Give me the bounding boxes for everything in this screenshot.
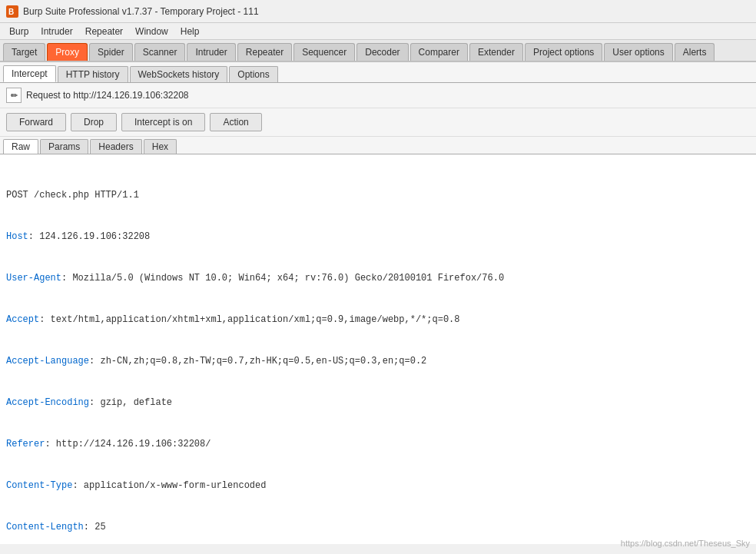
tab-decoder[interactable]: Decoder <box>356 43 408 61</box>
tab-intruder[interactable]: Intruder <box>187 43 235 61</box>
forward-button[interactable]: Forward <box>6 113 66 131</box>
header-content-type: Content-Type: application/x-www-form-url… <box>6 479 750 493</box>
tab-target[interactable]: Target <box>3 43 45 61</box>
subtab-options[interactable]: Options <box>229 66 277 82</box>
http-content: POST /check.php HTTP/1.1 Host: 124.126.1… <box>0 154 756 544</box>
tab-project-options[interactable]: Project options <box>525 43 602 61</box>
main-area: Intercept HTTP history WebSockets histor… <box>0 62 756 544</box>
watermark: https://blog.csdn.net/Theseus_Sky <box>621 539 750 548</box>
request-line: POST /check.php HTTP/1.1 <box>6 188 750 202</box>
toolbar: Forward Drop Intercept is on Action <box>0 108 756 137</box>
header-content-length: Content-Length: 25 <box>6 520 750 534</box>
tab-alerts[interactable]: Alerts <box>675 43 715 61</box>
content-tabs: Raw Params Headers Hex <box>0 137 756 154</box>
tab-user-options[interactable]: User options <box>604 43 672 61</box>
svg-text:B: B <box>8 8 14 16</box>
menu-help[interactable]: Help <box>174 25 206 38</box>
title-bar: B Burp Suite Professional v1.7.37 - Temp… <box>0 0 756 23</box>
tab-extender[interactable]: Extender <box>469 43 523 61</box>
sub-tabs: Intercept HTTP history WebSockets histor… <box>0 62 756 83</box>
content-tab-hex[interactable]: Hex <box>144 139 177 154</box>
tab-spider[interactable]: Spider <box>89 43 133 61</box>
window-title: Burp Suite Professional v1.7.37 - Tempor… <box>23 6 259 17</box>
header-host: Host: 124.126.19.106:32208 <box>6 230 750 244</box>
subtab-http-history[interactable]: HTTP history <box>58 66 128 82</box>
header-accept-encoding: Accept-Encoding: gzip, deflate <box>6 396 750 410</box>
header-accept-language: Accept-Language: zh-CN,zh;q=0.8,zh-TW;q=… <box>6 354 750 368</box>
tab-comparer[interactable]: Comparer <box>410 43 468 61</box>
pencil-icon: ✏ <box>6 88 22 103</box>
tab-sequencer[interactable]: Sequencer <box>293 43 355 61</box>
content-tab-headers[interactable]: Headers <box>90 139 141 154</box>
content-tab-raw[interactable]: Raw <box>3 139 38 154</box>
request-url: Request to http://124.126.19.106:32208 <box>26 90 189 101</box>
intercept-toggle-button[interactable]: Intercept is on <box>121 113 205 131</box>
tab-repeater[interactable]: Repeater <box>237 43 292 61</box>
menu-repeater[interactable]: Repeater <box>79 25 129 38</box>
app-icon: B <box>6 5 18 18</box>
content-tab-params[interactable]: Params <box>40 139 88 154</box>
main-tabs: Target Proxy Spider Scanner Intruder Rep… <box>0 40 756 62</box>
drop-button[interactable]: Drop <box>71 113 117 131</box>
intercept-header: ✏ Request to http://124.126.19.106:32208 <box>0 83 756 108</box>
tab-scanner[interactable]: Scanner <box>134 43 186 61</box>
header-referer: Referer: http://124.126.19.106:32208/ <box>6 437 750 451</box>
action-button[interactable]: Action <box>210 113 261 131</box>
header-user-agent: User-Agent: Mozilla/5.0 (Windows NT 10.0… <box>6 271 750 285</box>
subtab-websockets-history[interactable]: WebSockets history <box>130 66 228 82</box>
menu-intruder[interactable]: Intruder <box>35 25 78 38</box>
tab-proxy[interactable]: Proxy <box>47 43 88 61</box>
subtab-intercept[interactable]: Intercept <box>3 65 56 82</box>
menu-bar: Burp Intruder Repeater Window Help <box>0 23 756 40</box>
header-accept: Accept: text/html,application/xhtml+xml,… <box>6 313 750 327</box>
menu-window[interactable]: Window <box>129 25 174 38</box>
menu-burp[interactable]: Burp <box>3 25 35 38</box>
